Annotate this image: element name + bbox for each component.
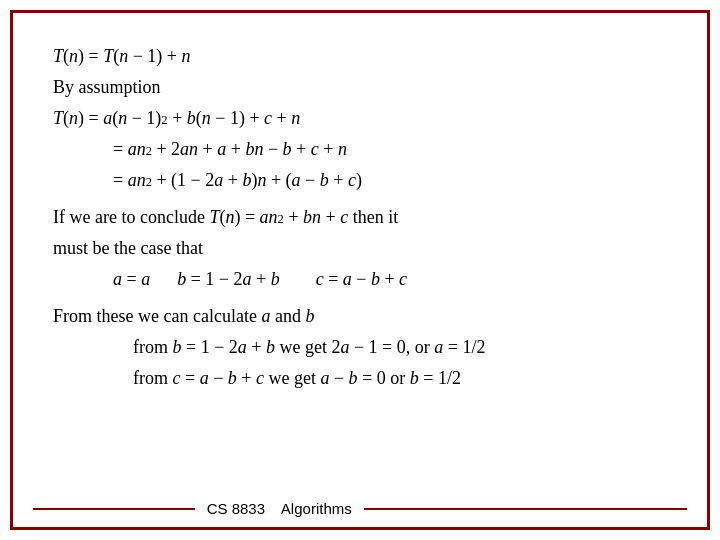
course-name: Algorithms <box>281 500 352 517</box>
equation-line-5: = an2 + (1 − 2a + b)n + (a − b + c) <box>113 167 667 194</box>
equation-line-10: from b = 1 − 2a + b we get 2a − 1 = 0, o… <box>133 334 667 361</box>
conclude-sentence-1: If we are to conclude T(n) = an2 + bn + … <box>53 204 667 231</box>
equation-line-1: T(n) = T(n − 1) + n <box>53 43 667 70</box>
footer-line-right <box>364 508 687 510</box>
calculate-label: From these we can calculate a and b <box>53 303 667 330</box>
slide: T(n) = T(n − 1) + n By assumption T(n) =… <box>10 10 710 530</box>
equation-line-11: from c = a − b + c we get a − b = 0 or b… <box>133 365 667 392</box>
footer-line-left <box>33 508 195 510</box>
content-area: T(n) = T(n − 1) + n By assumption T(n) =… <box>53 43 667 477</box>
by-assumption-label: By assumption <box>53 74 667 101</box>
must-be-case-label: must be the case that <box>53 235 667 262</box>
equation-line-8: a = a b = 1 − 2a + b c = a − b + c <box>113 266 667 293</box>
course-code: CS 8833 <box>207 500 265 517</box>
footer-label: CS 8833 Algorithms <box>195 500 364 517</box>
footer: CS 8833 Algorithms <box>13 500 707 517</box>
equation-line-4: = an2 + 2an + a + bn − b + c + n <box>113 136 667 163</box>
equation-line-3: T(n) = a(n − 1)2 + b(n − 1) + c + n <box>53 105 667 132</box>
